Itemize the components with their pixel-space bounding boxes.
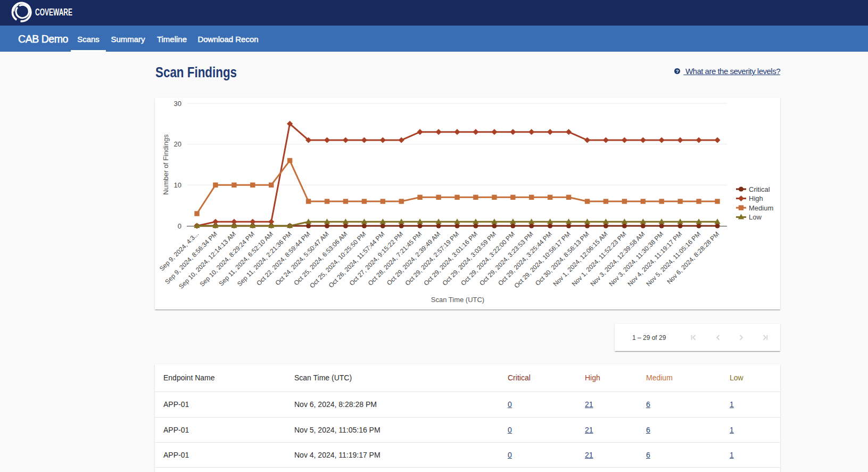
svg-text:Medium: Medium (749, 204, 773, 212)
svg-text:Scan Time (UTC): Scan Time (UTC) (431, 296, 484, 304)
svg-text:30: 30 (174, 100, 181, 108)
svg-text:20: 20 (174, 140, 181, 148)
svg-text:High: High (749, 194, 763, 202)
svg-text:Critical: Critical (749, 185, 770, 193)
svg-text:0: 0 (178, 222, 181, 230)
svg-text:COVEWARE: COVEWARE (35, 6, 72, 18)
svg-text:Number of Findings: Number of Findings (162, 134, 170, 195)
svg-text:Low: Low (749, 213, 762, 221)
svg-text:10: 10 (174, 181, 181, 189)
